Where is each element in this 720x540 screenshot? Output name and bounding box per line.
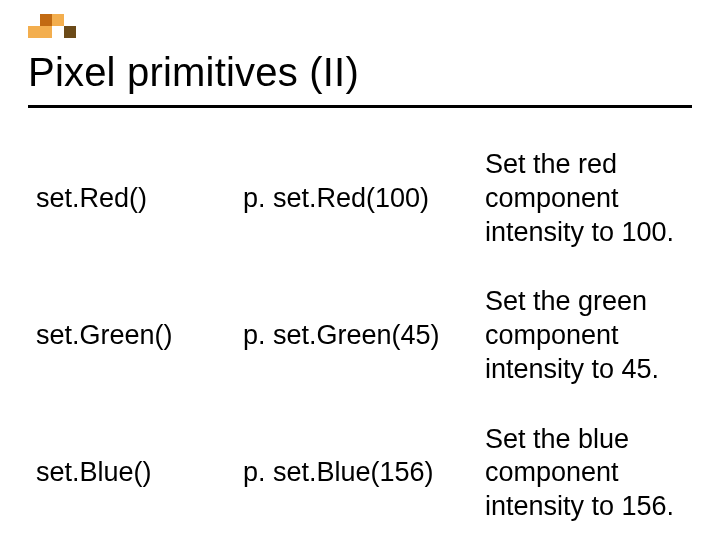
method-description: Set the red component intensity to 100. — [479, 130, 700, 267]
method-description: Set the blue component intensity to 156. — [479, 405, 700, 541]
square-icon — [40, 26, 52, 38]
page-title: Pixel primitives (II) — [28, 50, 692, 95]
square-icon — [52, 14, 64, 26]
square-icon — [64, 26, 76, 38]
title-area: Pixel primitives (II) — [28, 50, 692, 108]
method-name: set.Blue() — [30, 405, 237, 541]
decorative-squares — [28, 14, 88, 44]
method-example: p. set.Green(45) — [237, 267, 479, 404]
method-name: set.Red() — [30, 130, 237, 267]
square-icon — [40, 14, 52, 26]
method-example: p. set.Red(100) — [237, 130, 479, 267]
table-row: set.Red() p. set.Red(100) Set the red co… — [30, 130, 700, 267]
methods-table: set.Red() p. set.Red(100) Set the red co… — [30, 130, 700, 540]
method-example: p. set.Blue(156) — [237, 405, 479, 541]
table-row: set.Blue() p. set.Blue(156) Set the blue… — [30, 405, 700, 541]
method-name: set.Green() — [30, 267, 237, 404]
square-icon — [28, 26, 40, 38]
method-description: Set the green component intensity to 45. — [479, 267, 700, 404]
slide: Pixel primitives (II) set.Red() p. set.R… — [0, 0, 720, 540]
content: set.Red() p. set.Red(100) Set the red co… — [30, 130, 700, 540]
table-row: set.Green() p. set.Green(45) Set the gre… — [30, 267, 700, 404]
